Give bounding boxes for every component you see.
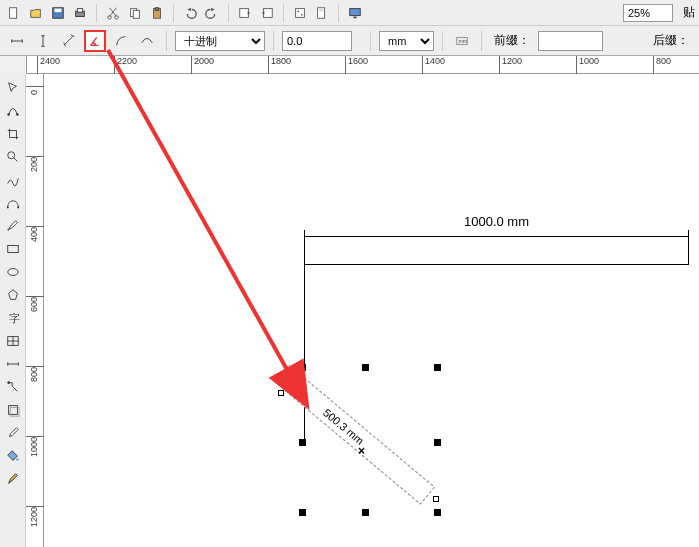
svg-rect-0 xyxy=(10,7,17,18)
connector-tool-icon[interactable] xyxy=(2,376,24,398)
unit-select[interactable]: mm xyxy=(379,31,434,51)
cut-icon[interactable] xyxy=(103,3,123,23)
rotate-handle[interactable] xyxy=(278,390,284,396)
svg-rect-17 xyxy=(319,9,323,11)
display-icon[interactable] xyxy=(345,3,365,23)
prefix-input[interactable] xyxy=(538,31,603,51)
open-icon[interactable] xyxy=(26,3,46,23)
selection-handle[interactable] xyxy=(434,509,441,516)
show-units-icon[interactable]: mm xyxy=(451,30,473,52)
undo-icon[interactable] xyxy=(180,3,200,23)
ruler-vertical: 0 200 400 600 800 1000 1200 xyxy=(26,74,44,547)
selection-handle[interactable] xyxy=(299,509,306,516)
selection-handle[interactable] xyxy=(434,439,441,446)
selection-handle[interactable] xyxy=(299,439,306,446)
rotate-handle[interactable] xyxy=(295,378,301,384)
ellipse-tool-icon[interactable] xyxy=(2,261,24,283)
rotate-handle[interactable] xyxy=(433,496,439,502)
outline-tool-icon[interactable] xyxy=(2,468,24,490)
svg-point-22 xyxy=(7,113,10,116)
print-icon[interactable] xyxy=(70,3,90,23)
rectangle-tool-icon[interactable] xyxy=(2,238,24,260)
decimal-style-select[interactable]: 十进制 xyxy=(175,31,265,51)
dimension-toolbar: 十进制 mm mm 前缀： 后缀： xyxy=(0,26,699,56)
svg-text:mm: mm xyxy=(459,37,468,43)
zoom-input[interactable] xyxy=(623,4,673,22)
shape-tool-icon[interactable] xyxy=(2,100,24,122)
svg-rect-25 xyxy=(6,207,8,209)
svg-text:字: 字 xyxy=(8,312,19,324)
svg-rect-16 xyxy=(318,7,325,18)
paste-label: 贴 xyxy=(683,4,695,21)
selection-handle[interactable] xyxy=(362,364,369,371)
suffix-label: 后缀： xyxy=(653,32,689,49)
redo-icon[interactable] xyxy=(202,3,222,23)
svg-point-34 xyxy=(16,458,19,461)
table-tool-icon[interactable] xyxy=(2,330,24,352)
crop-tool-icon[interactable] xyxy=(2,123,24,145)
svg-rect-2 xyxy=(55,8,62,12)
svg-point-24 xyxy=(7,152,14,159)
svg-rect-18 xyxy=(350,8,361,15)
selection-handle[interactable] xyxy=(299,364,306,371)
svg-rect-8 xyxy=(133,10,139,18)
canvas[interactable]: 1000.0 mm 500.3 mm × xyxy=(44,74,699,547)
main-toolbar: 贴 xyxy=(0,0,699,26)
svg-rect-11 xyxy=(240,8,249,17)
copy-icon[interactable] xyxy=(125,3,145,23)
svg-point-23 xyxy=(16,113,19,116)
paste-icon[interactable] xyxy=(147,3,167,23)
svg-rect-19 xyxy=(353,16,357,18)
value-input[interactable] xyxy=(282,31,352,51)
options-icon[interactable] xyxy=(290,3,310,23)
dim-radius-icon[interactable] xyxy=(110,30,132,52)
freehand-tool-icon[interactable] xyxy=(2,169,24,191)
selection-handle[interactable] xyxy=(434,364,441,371)
dim-horizontal-icon[interactable] xyxy=(6,30,28,52)
selection-handle[interactable] xyxy=(362,509,369,516)
effects-tool-icon[interactable] xyxy=(2,399,24,421)
dim-vertical-icon[interactable] xyxy=(32,30,54,52)
export-icon[interactable] xyxy=(257,3,277,23)
polygon-tool-icon[interactable] xyxy=(2,284,24,306)
dimension-tool-icon[interactable] xyxy=(2,353,24,375)
dim-angle-icon[interactable] xyxy=(84,30,106,52)
zoom-tool-icon[interactable] xyxy=(2,146,24,168)
svg-point-15 xyxy=(301,13,303,15)
ruler-horizontal: 2400 2200 2000 1800 1600 1400 1200 1000 … xyxy=(26,56,699,74)
import-icon[interactable] xyxy=(235,3,255,23)
svg-rect-4 xyxy=(77,8,82,12)
svg-rect-27 xyxy=(7,246,18,253)
pick-tool-icon[interactable] xyxy=(2,77,24,99)
dimension-text: 1000.0 mm xyxy=(462,214,531,229)
new-icon[interactable] xyxy=(4,3,24,23)
page-icon[interactable] xyxy=(312,3,332,23)
pen-tool-icon[interactable] xyxy=(2,215,24,237)
selection-center-icon[interactable]: × xyxy=(358,444,365,458)
save-icon[interactable] xyxy=(48,3,68,23)
eyedrop-tool-icon[interactable] xyxy=(2,422,24,444)
svg-rect-13 xyxy=(296,8,305,17)
bezier-tool-icon[interactable] xyxy=(2,192,24,214)
fill-tool-icon[interactable] xyxy=(2,445,24,467)
dim-curve-icon[interactable] xyxy=(136,30,158,52)
dim-parallel-icon[interactable] xyxy=(58,30,80,52)
svg-point-28 xyxy=(7,269,18,276)
svg-point-31 xyxy=(7,381,10,384)
svg-rect-12 xyxy=(264,8,273,17)
svg-rect-10 xyxy=(155,7,159,10)
text-tool-icon[interactable]: 字 xyxy=(2,307,24,329)
svg-rect-26 xyxy=(17,207,19,209)
svg-point-14 xyxy=(297,10,299,12)
toolbox: 字 xyxy=(0,74,26,547)
prefix-label: 前缀： xyxy=(494,32,530,49)
